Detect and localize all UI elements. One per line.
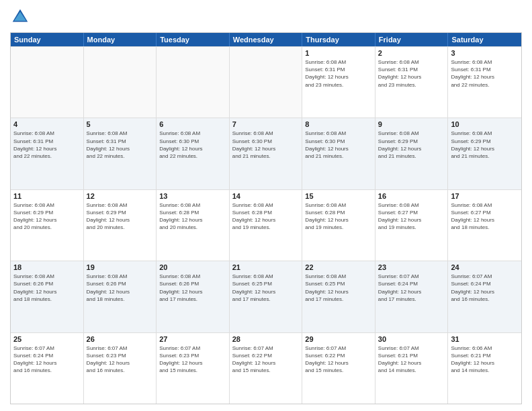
day-info: Sunrise: 6:08 AM Sunset: 6:30 PM Dayligh… [305, 130, 372, 160]
day-info: Sunrise: 6:08 AM Sunset: 6:26 PM Dayligh… [13, 273, 81, 303]
day-number: 3 [451, 49, 519, 57]
day-number: 25 [13, 335, 81, 343]
day-info: Sunrise: 6:08 AM Sunset: 6:31 PM Dayligh… [87, 130, 154, 160]
day-info: Sunrise: 6:08 AM Sunset: 6:31 PM Dayligh… [378, 58, 445, 89]
header [10, 7, 522, 27]
calendar-cell: 11Sunrise: 6:08 AM Sunset: 6:29 PM Dayli… [11, 190, 84, 261]
calendar-cell: 18Sunrise: 6:08 AM Sunset: 6:26 PM Dayli… [11, 261, 84, 332]
day-info: Sunrise: 6:07 AM Sunset: 6:24 PM Dayligh… [13, 345, 81, 375]
day-info: Sunrise: 6:08 AM Sunset: 6:26 PM Dayligh… [87, 273, 154, 303]
day-number: 7 [232, 120, 300, 128]
calendar-cell: 22Sunrise: 6:08 AM Sunset: 6:25 PM Dayli… [302, 261, 375, 332]
day-info: Sunrise: 6:08 AM Sunset: 6:25 PM Dayligh… [232, 273, 300, 303]
calendar-body: 1Sunrise: 6:08 AM Sunset: 6:31 PM Daylig… [11, 46, 521, 404]
day-number: 14 [232, 192, 300, 200]
calendar-cell: 17Sunrise: 6:08 AM Sunset: 6:27 PM Dayli… [448, 190, 521, 261]
day-number: 26 [87, 335, 154, 343]
day-number: 16 [378, 192, 445, 200]
calendar-row: 1Sunrise: 6:08 AM Sunset: 6:31 PM Daylig… [11, 46, 521, 118]
calendar-cell: 19Sunrise: 6:08 AM Sunset: 6:26 PM Dayli… [84, 261, 157, 332]
calendar-cell [157, 47, 230, 118]
calendar-header-cell: Friday [375, 33, 449, 46]
calendar-cell: 14Sunrise: 6:08 AM Sunset: 6:28 PM Dayli… [230, 190, 303, 261]
day-number: 13 [159, 192, 226, 200]
calendar-header-cell: Wednesday [230, 33, 303, 46]
day-number: 4 [13, 120, 81, 128]
calendar-cell: 21Sunrise: 6:08 AM Sunset: 6:25 PM Dayli… [230, 261, 303, 332]
calendar-cell: 20Sunrise: 6:08 AM Sunset: 6:26 PM Dayli… [157, 261, 230, 332]
calendar-cell [84, 47, 157, 118]
day-info: Sunrise: 6:08 AM Sunset: 6:28 PM Dayligh… [159, 201, 226, 232]
calendar: SundayMondayTuesdayWednesdayThursdayFrid… [10, 32, 522, 404]
calendar-row: 18Sunrise: 6:08 AM Sunset: 6:26 PM Dayli… [11, 261, 521, 332]
day-number: 2 [378, 49, 445, 57]
day-number: 29 [305, 335, 372, 343]
day-number: 28 [232, 335, 300, 343]
day-number: 27 [159, 335, 226, 343]
calendar-cell: 9Sunrise: 6:08 AM Sunset: 6:29 PM Daylig… [375, 118, 449, 189]
day-info: Sunrise: 6:06 AM Sunset: 6:21 PM Dayligh… [451, 345, 519, 375]
day-info: Sunrise: 6:08 AM Sunset: 6:29 PM Dayligh… [13, 201, 81, 232]
day-info: Sunrise: 6:08 AM Sunset: 6:25 PM Dayligh… [305, 273, 372, 303]
calendar-cell: 16Sunrise: 6:08 AM Sunset: 6:27 PM Dayli… [375, 190, 449, 261]
day-info: Sunrise: 6:07 AM Sunset: 6:22 PM Dayligh… [232, 345, 300, 375]
day-number: 18 [13, 263, 81, 271]
calendar-cell: 27Sunrise: 6:07 AM Sunset: 6:23 PM Dayli… [157, 333, 230, 404]
day-info: Sunrise: 6:08 AM Sunset: 6:30 PM Dayligh… [159, 130, 226, 160]
day-number: 19 [87, 263, 154, 271]
calendar-cell: 23Sunrise: 6:07 AM Sunset: 6:24 PM Dayli… [375, 261, 449, 332]
calendar-cell: 15Sunrise: 6:08 AM Sunset: 6:28 PM Dayli… [302, 190, 375, 261]
calendar-cell: 1Sunrise: 6:08 AM Sunset: 6:31 PM Daylig… [302, 47, 375, 118]
calendar-header-cell: Tuesday [157, 33, 230, 46]
calendar-cell: 2Sunrise: 6:08 AM Sunset: 6:31 PM Daylig… [375, 47, 449, 118]
day-number: 22 [305, 263, 372, 271]
day-number: 1 [305, 49, 372, 57]
day-number: 5 [87, 120, 154, 128]
calendar-cell [11, 47, 84, 118]
logo-icon [10, 7, 30, 27]
day-number: 31 [451, 335, 519, 343]
calendar-row: 4Sunrise: 6:08 AM Sunset: 6:31 PM Daylig… [11, 118, 521, 189]
day-number: 17 [451, 192, 519, 200]
day-info: Sunrise: 6:08 AM Sunset: 6:29 PM Dayligh… [378, 130, 445, 160]
calendar-cell: 29Sunrise: 6:07 AM Sunset: 6:22 PM Dayli… [302, 333, 375, 404]
day-info: Sunrise: 6:07 AM Sunset: 6:22 PM Dayligh… [305, 345, 372, 375]
day-info: Sunrise: 6:08 AM Sunset: 6:31 PM Dayligh… [13, 130, 81, 160]
calendar-cell: 13Sunrise: 6:08 AM Sunset: 6:28 PM Dayli… [157, 190, 230, 261]
day-info: Sunrise: 6:08 AM Sunset: 6:31 PM Dayligh… [305, 58, 372, 89]
calendar-cell: 30Sunrise: 6:07 AM Sunset: 6:21 PM Dayli… [375, 333, 449, 404]
day-number: 20 [159, 263, 226, 271]
calendar-header: SundayMondayTuesdayWednesdayThursdayFrid… [11, 33, 521, 46]
calendar-cell: 12Sunrise: 6:08 AM Sunset: 6:29 PM Dayli… [84, 190, 157, 261]
day-number: 15 [305, 192, 372, 200]
day-info: Sunrise: 6:08 AM Sunset: 6:28 PM Dayligh… [305, 201, 372, 232]
day-number: 8 [305, 120, 372, 128]
day-info: Sunrise: 6:08 AM Sunset: 6:27 PM Dayligh… [451, 201, 519, 232]
day-info: Sunrise: 6:08 AM Sunset: 6:27 PM Dayligh… [378, 201, 445, 232]
calendar-cell: 8Sunrise: 6:08 AM Sunset: 6:30 PM Daylig… [302, 118, 375, 189]
calendar-header-cell: Sunday [11, 33, 84, 46]
day-info: Sunrise: 6:08 AM Sunset: 6:28 PM Dayligh… [232, 201, 300, 232]
day-number: 23 [378, 263, 445, 271]
calendar-header-cell: Saturday [448, 33, 521, 46]
day-info: Sunrise: 6:08 AM Sunset: 6:31 PM Dayligh… [451, 58, 519, 89]
calendar-header-cell: Thursday [302, 33, 375, 46]
day-info: Sunrise: 6:07 AM Sunset: 6:24 PM Dayligh… [378, 273, 445, 303]
calendar-cell: 25Sunrise: 6:07 AM Sunset: 6:24 PM Dayli… [11, 333, 84, 404]
day-info: Sunrise: 6:08 AM Sunset: 6:26 PM Dayligh… [159, 273, 226, 303]
calendar-cell: 26Sunrise: 6:07 AM Sunset: 6:23 PM Dayli… [84, 333, 157, 404]
calendar-cell: 28Sunrise: 6:07 AM Sunset: 6:22 PM Dayli… [230, 333, 303, 404]
calendar-header-cell: Monday [84, 33, 157, 46]
day-number: 24 [451, 263, 519, 271]
calendar-cell: 7Sunrise: 6:08 AM Sunset: 6:30 PM Daylig… [230, 118, 303, 189]
calendar-cell: 5Sunrise: 6:08 AM Sunset: 6:31 PM Daylig… [84, 118, 157, 189]
calendar-row: 25Sunrise: 6:07 AM Sunset: 6:24 PM Dayli… [11, 332, 521, 404]
day-number: 21 [232, 263, 300, 271]
calendar-cell: 6Sunrise: 6:08 AM Sunset: 6:30 PM Daylig… [157, 118, 230, 189]
day-info: Sunrise: 6:07 AM Sunset: 6:24 PM Dayligh… [451, 273, 519, 303]
day-info: Sunrise: 6:08 AM Sunset: 6:29 PM Dayligh… [451, 130, 519, 160]
page: SundayMondayTuesdayWednesdayThursdayFrid… [0, 0, 532, 411]
day-number: 11 [13, 192, 81, 200]
day-info: Sunrise: 6:08 AM Sunset: 6:29 PM Dayligh… [87, 201, 154, 232]
calendar-cell: 24Sunrise: 6:07 AM Sunset: 6:24 PM Dayli… [448, 261, 521, 332]
